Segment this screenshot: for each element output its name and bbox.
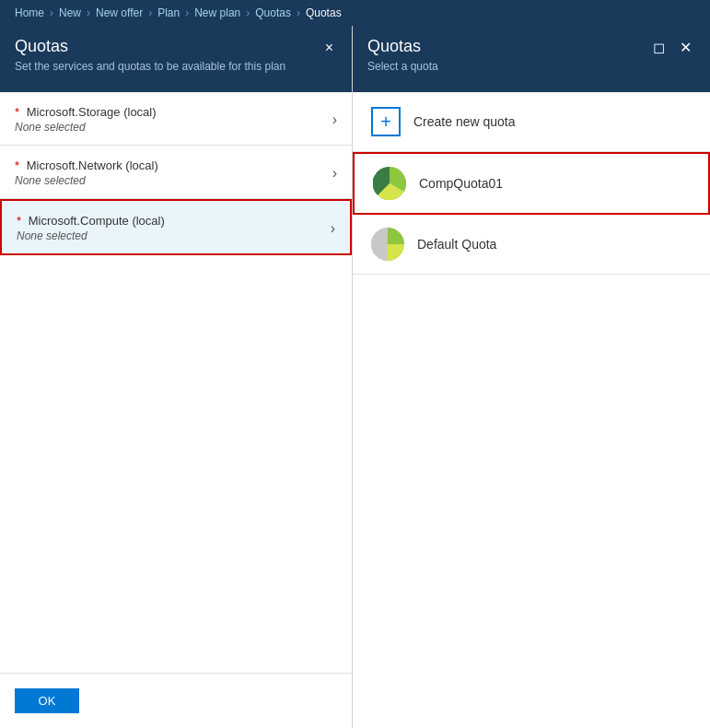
service-row-network[interactable]: * Microsoft.Network (local) None selecte… <box>0 146 352 199</box>
panels-container: Quotas Set the services and quotas to be… <box>0 26 710 728</box>
right-panel-title: Quotas <box>367 37 649 56</box>
service-value-storage: None selected <box>15 121 325 134</box>
service-name-storage: * Microsoft.Storage (local) <box>15 105 325 119</box>
breadcrumb: Home › New › New offer › Plan › New plan… <box>0 0 710 26</box>
service-row-storage[interactable]: * Microsoft.Storage (local) None selecte… <box>0 92 352 146</box>
bc-sep-1: › <box>50 6 53 19</box>
bc-sep-4: › <box>185 6 189 19</box>
required-star-compute: * <box>17 214 21 228</box>
left-panel-body: * Microsoft.Storage (local) None selecte… <box>0 92 352 673</box>
service-value-compute: None selected <box>17 229 323 242</box>
left-panel: Quotas Set the services and quotas to be… <box>0 26 353 728</box>
bc-sep-2: › <box>87 6 90 19</box>
ok-button[interactable]: OK <box>15 688 79 713</box>
create-quota-label: Create new quota <box>413 114 516 129</box>
breadcrumb-new-plan[interactable]: New plan <box>194 6 240 19</box>
compquota01-pie-icon <box>373 167 406 200</box>
right-panel-close-button[interactable]: ✕ <box>676 39 695 57</box>
left-panel-subtitle: Set the services and quotas to be availa… <box>15 60 321 73</box>
chevron-right-compute: › <box>331 220 335 237</box>
service-row-compute[interactable]: * Microsoft.Compute (local) None selecte… <box>0 199 352 255</box>
bc-sep-6: › <box>297 6 300 19</box>
right-panel: Quotas Select a quota ◻ ✕ + Create new q… <box>353 26 710 728</box>
quota-item-compquota01[interactable]: CompQuota01 <box>353 152 710 215</box>
left-panel-footer: OK <box>0 673 352 728</box>
required-star-storage: * <box>15 105 19 119</box>
breadcrumb-quotas-1[interactable]: Quotas <box>255 6 291 19</box>
left-panel-header: Quotas Set the services and quotas to be… <box>0 26 352 92</box>
service-name-network: * Microsoft.Network (local) <box>15 159 325 172</box>
right-panel-header: Quotas Select a quota ◻ ✕ <box>353 26 710 92</box>
breadcrumb-new[interactable]: New <box>59 6 81 19</box>
bc-sep-3: › <box>148 6 152 19</box>
breadcrumb-new-offer[interactable]: New offer <box>96 6 143 19</box>
quota-item-default[interactable]: Default Quota <box>353 215 710 275</box>
plus-icon: + <box>371 107 401 136</box>
breadcrumb-quotas-2: Quotas <box>306 6 342 19</box>
right-panel-body: + Create new quota CompQuota01 <box>353 92 710 728</box>
compquota01-label: CompQuota01 <box>419 176 503 191</box>
default-quota-pie-icon <box>371 228 404 261</box>
breadcrumb-home[interactable]: Home <box>15 6 44 19</box>
service-name-compute: * Microsoft.Compute (local) <box>17 214 323 228</box>
left-panel-title: Quotas <box>15 37 321 56</box>
right-panel-maximize-button[interactable]: ◻ <box>649 39 669 57</box>
left-panel-close-button[interactable]: × <box>321 39 337 57</box>
required-star-network: * <box>15 159 19 172</box>
chevron-right-storage: › <box>332 112 337 128</box>
default-quota-label: Default Quota <box>417 237 496 252</box>
breadcrumb-plan[interactable]: Plan <box>157 6 180 19</box>
bc-sep-5: › <box>246 6 250 19</box>
right-panel-subtitle: Select a quota <box>367 60 649 73</box>
chevron-right-network: › <box>332 165 337 182</box>
create-quota-row[interactable]: + Create new quota <box>353 92 710 152</box>
service-value-network: None selected <box>15 174 325 187</box>
